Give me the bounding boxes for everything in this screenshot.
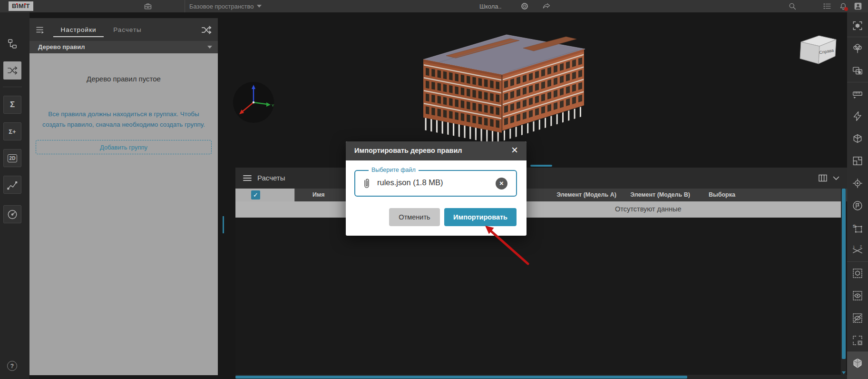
- notifications-bell-icon[interactable]: [838, 1, 848, 11]
- project-settings-gear-icon[interactable]: [519, 1, 530, 11]
- workspace-caret-icon[interactable]: [257, 5, 262, 8]
- scene-tree-icon[interactable]: [847, 37, 868, 60]
- rules-shuffle-icon[interactable]: [3, 61, 21, 80]
- topbar-separator: [185, 0, 185, 12]
- axis-y-label: Y: [272, 103, 274, 108]
- flag-icon[interactable]: [847, 194, 868, 217]
- select-all-checkbox[interactable]: ✓: [251, 190, 260, 199]
- paperclip-icon: [361, 178, 372, 190]
- saved-selection-icon[interactable]: S: [847, 217, 868, 239]
- table-header-row: ✓ Имя Элемент (Модель A) Элемент (Модель…: [235, 189, 847, 201]
- navcube[interactable]: Справа: [794, 31, 839, 70]
- left-toolbar: ΣΣ+2D: [0, 12, 29, 379]
- panel-edge-indicator[interactable]: [223, 216, 224, 233]
- logo-dot: [24, 3, 26, 5]
- show-eye-icon[interactable]: [847, 284, 868, 307]
- import-rules-dialog: Импортировать дерево правил × Выберите ф…: [346, 141, 527, 236]
- selection-set-icon[interactable]: [847, 60, 868, 82]
- calculations-menu-icon[interactable]: [242, 173, 253, 183]
- scrollbar-down-arrow-icon[interactable]: [842, 371, 846, 374]
- solid-view-icon[interactable]: [847, 352, 868, 374]
- right-toolbar: S12: [847, 12, 868, 379]
- column-header-name: Имя: [312, 191, 325, 198]
- calculations-header: Расчеты: [235, 168, 847, 189]
- bimit-app: Y Справа: [0, 0, 868, 379]
- gauge-icon[interactable]: [3, 205, 21, 223]
- locate-icon[interactable]: [847, 172, 868, 194]
- column-header-selection: Выборка: [709, 191, 735, 198]
- hide-eye-icon[interactable]: [847, 307, 868, 329]
- hscrollbar-thumb[interactable]: [235, 376, 687, 379]
- import-rules-shuffle-icon[interactable]: [201, 24, 212, 36]
- rules-tree-section-header[interactable]: Дерево правил: [29, 41, 218, 53]
- axes-compare-icon[interactable]: 12: [847, 239, 868, 261]
- user-avatar-icon[interactable]: [853, 1, 863, 11]
- app-logo: BiMiT: [9, 1, 33, 11]
- axis-gizmo[interactable]: Y: [232, 81, 275, 124]
- toolbar-divider: [3, 87, 22, 87]
- help-button[interactable]: ?: [7, 361, 17, 371]
- notification-badge: [844, 7, 848, 11]
- isolate-icon[interactable]: [847, 262, 868, 284]
- table-empty-row: Отсутствуют данные: [235, 201, 841, 218]
- calculations-title: Расчеты: [257, 174, 285, 182]
- columns-icon[interactable]: [818, 173, 828, 183]
- rules-panel: Настройки Расчеты Дерево правил Дерево п…: [29, 18, 218, 375]
- file-input[interactable]: Выберите файл rules.json (1.8 MB) ×: [354, 170, 517, 197]
- calculations-panel: Расчеты ✓ Имя Элемент (Модель A) Элемент…: [235, 168, 847, 376]
- column-header-element-a: Элемент (Модель A): [556, 191, 616, 198]
- section-box-icon[interactable]: [847, 127, 868, 150]
- close-icon[interactable]: ×: [507, 143, 522, 158]
- ruler-icon[interactable]: [847, 82, 868, 105]
- import-button[interactable]: Импортировать: [444, 208, 517, 226]
- no-data-text: Отсутствуют данные: [615, 205, 682, 213]
- file-input-value: rules.json (1.8 MB): [377, 178, 443, 187]
- briefcase-icon[interactable]: [143, 1, 153, 11]
- topbar: BiMiT Базовое пространство Школа..: [0, 0, 868, 12]
- column-header-element-b: Элемент (Модель B): [630, 191, 690, 198]
- logo-dot: [16, 3, 18, 5]
- list-view-icon[interactable]: [822, 1, 832, 11]
- scrollbar-thumb[interactable]: [842, 189, 846, 359]
- tab-settings[interactable]: Настройки: [53, 18, 104, 41]
- table-horizontal-scrollbar[interactable]: [235, 375, 847, 379]
- rules-tree-content: Дерево правил пустое Все правила должны …: [29, 53, 218, 375]
- dialog-title: Импортировать дерево правил: [354, 147, 462, 154]
- orbit-icon[interactable]: [847, 374, 868, 379]
- panel-menu-icon[interactable]: [35, 25, 46, 35]
- share-icon[interactable]: [541, 1, 552, 11]
- cancel-button[interactable]: Отменить: [389, 208, 440, 226]
- add-group-button[interactable]: Добавить группу: [36, 140, 212, 154]
- dialog-header: Импортировать дерево правил ×: [346, 141, 527, 160]
- svg-text:2: 2: [860, 245, 862, 249]
- table-vertical-scrollbar[interactable]: [841, 189, 846, 376]
- chart-icon[interactable]: [3, 176, 21, 194]
- project-name: Школа..: [479, 3, 502, 10]
- model-tree-icon[interactable]: [3, 35, 21, 53]
- 2d-view-icon[interactable]: 2D: [3, 149, 21, 167]
- section-caret-icon: [207, 46, 212, 49]
- chevron-down-icon[interactable]: [831, 173, 841, 183]
- search-icon[interactable]: [787, 1, 798, 11]
- clear-selection-icon[interactable]: [847, 329, 868, 351]
- building-model[interactable]: [409, 26, 595, 150]
- section-title: Дерево правил: [38, 43, 85, 50]
- sum-icon[interactable]: Σ: [3, 96, 21, 114]
- workspace-selector[interactable]: Базовое пространство: [189, 3, 254, 10]
- empty-state-hint: Все правила должны находиться в группах.…: [41, 109, 206, 130]
- focus-select-icon[interactable]: [847, 14, 868, 37]
- section-flash-icon[interactable]: [847, 105, 868, 127]
- tab-calculations[interactable]: Расчеты: [110, 18, 145, 41]
- floorplan-icon[interactable]: [847, 150, 868, 172]
- file-input-label: Выберите файл: [369, 167, 419, 173]
- bottom-panel-resize-handle[interactable]: [530, 165, 552, 167]
- svg-text:1: 1: [853, 245, 855, 249]
- empty-state-title: Дерево правил пустое: [29, 75, 218, 83]
- checkbox-cell: ✓: [235, 189, 295, 201]
- clear-file-icon[interactable]: ×: [496, 178, 507, 190]
- sum-add-icon[interactable]: Σ+: [3, 122, 21, 140]
- rules-panel-tabbar: Настройки Расчеты: [29, 18, 218, 41]
